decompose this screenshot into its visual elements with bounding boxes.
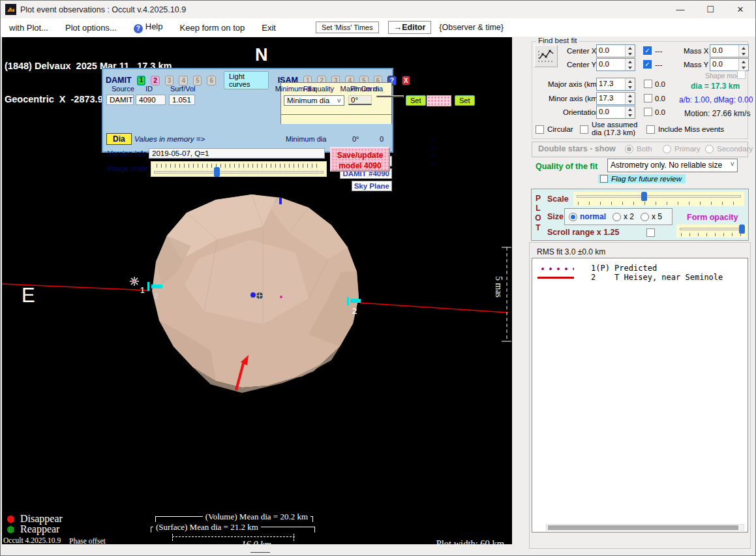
damit-model-5-button[interactable]: 5	[193, 76, 202, 85]
damit-model-3-button[interactable]: 3	[165, 76, 174, 85]
pole-tick	[279, 198, 282, 204]
plot-vertical-label: PLOT	[534, 194, 542, 233]
volume-dia-label: (Volume) Mean dia = 20.2 km	[203, 512, 310, 522]
damit-title: DAMIT	[106, 76, 132, 85]
sky-plot[interactable]: 1 2 2	[2, 37, 512, 544]
light-curves-button[interactable]: Light curves	[224, 71, 269, 89]
center-y-spinner[interactable]: 0.0	[596, 58, 635, 71]
orientation-checkbox[interactable]	[644, 108, 652, 116]
memory-min-value: 0	[380, 135, 384, 143]
damit-model-6-button[interactable]: 6	[207, 76, 216, 85]
observation-text: 2 T Heisey, near Seminole	[591, 273, 723, 282]
size-normal-radio[interactable]	[569, 213, 577, 221]
shape-model-checkbox[interactable]	[737, 70, 746, 79]
fit-quality-select[interactable]: Minimum dia	[284, 95, 344, 106]
major-axis-spinner[interactable]: 17.3	[596, 78, 635, 91]
observer-time-label: {Observer & time}	[439, 23, 504, 32]
dia-button[interactable]: Dia	[106, 133, 132, 145]
minor-axis-zero: 0.0	[655, 95, 665, 102]
damit-model-4-button[interactable]: 4	[179, 76, 188, 85]
marker-2-left-label: 2	[154, 292, 159, 301]
id-field[interactable]: 4090	[136, 95, 166, 105]
menu-with-plot[interactable]: with Plot...	[1, 20, 57, 35]
flag-review-chip[interactable]: Flag for future review	[598, 174, 686, 183]
disappear-dot	[7, 516, 14, 523]
orientation-spinner[interactable]: 0.0	[596, 106, 635, 119]
chord-length-label: 16.0 km	[198, 539, 315, 544]
ab-info: a/b: 1.00, dMag: 0.00	[679, 95, 753, 104]
include-miss-checkbox[interactable]	[646, 125, 655, 134]
mas-scale-label: 5 mas	[494, 276, 504, 298]
form-opacity-thumb[interactable]	[739, 224, 745, 234]
scrollbar-thumb[interactable]	[548, 525, 738, 530]
menu-plot-options[interactable]: Plot options...	[57, 20, 125, 35]
set-miss-times-button[interactable]: Set 'Miss' Times	[316, 22, 379, 33]
form-opacity-slider[interactable]	[676, 224, 747, 238]
menu-help[interactable]: ?Help	[125, 19, 172, 36]
center-x-spinner[interactable]: 0.0	[596, 44, 635, 57]
observation-row-observed[interactable]: 2 T Heisey, near Seminole	[537, 273, 723, 282]
image-scale-slider[interactable]	[151, 161, 327, 177]
min-dia-field[interactable]	[376, 95, 404, 97]
double-primary-radio[interactable]	[663, 145, 671, 153]
version-info-field: 2019-05-07, Q=1	[149, 148, 325, 159]
double-both-radio[interactable]	[625, 145, 633, 153]
mass-y-spinner[interactable]: 0.0	[710, 58, 749, 71]
maximize-icon[interactable]: ☐	[695, 1, 725, 18]
panel-close-button[interactable]: X	[402, 76, 411, 85]
observations-list[interactable]: 1(P) Predicted 2 T Heisey, near Seminole	[532, 258, 748, 533]
max-dia-set-button[interactable]: Set	[455, 95, 475, 106]
center-x-checkbox[interactable]	[643, 46, 652, 55]
minor-axis-checkbox[interactable]	[644, 94, 652, 102]
damit-model-2-button[interactable]: 2	[151, 76, 160, 85]
flag-review-checkbox[interactable]	[600, 175, 608, 183]
minor-axis-spinner[interactable]: 17.3	[596, 92, 635, 105]
size-x5-radio[interactable]	[641, 213, 649, 221]
east-label: E	[22, 284, 35, 307]
size-x2-radio[interactable]	[612, 213, 621, 221]
observed-line-sample	[537, 275, 574, 280]
observation-row-predicted[interactable]: 1(P) Predicted	[537, 264, 657, 273]
memory-values-panel	[280, 115, 392, 124]
center-y-label: Center Y	[567, 61, 596, 69]
center-y-checkbox[interactable]	[643, 60, 652, 69]
memory-ph-value: 0°	[352, 135, 359, 143]
assumed-dia-checkbox[interactable]	[580, 125, 588, 134]
list-horizontal-scrollbar[interactable]	[546, 524, 744, 531]
size-label: Size	[547, 212, 564, 221]
scale-label: Scale	[547, 194, 569, 204]
version-label: Occult 4.2025.10.9	[3, 536, 61, 544]
source-field: DAMIT	[106, 95, 134, 105]
damit-panel: DAMIT 1 2 3 4 5 6 Light curves ISAM 1 2 …	[102, 68, 393, 153]
menu-keep-on-top[interactable]: Keep form on top	[172, 20, 254, 35]
max-dia-field[interactable]	[427, 95, 451, 106]
save-update-model-button[interactable]: Save/updatemodel 4090	[330, 147, 390, 172]
observation-text: 1(P) Predicted	[591, 264, 657, 273]
reappear-label: Reappear	[20, 523, 59, 535]
mass-x-spinner[interactable]: 0.0	[710, 44, 749, 57]
find-best-fit-button[interactable]	[534, 45, 558, 67]
dia-info: dia = 17.3 km	[691, 82, 740, 91]
size-radio-group: normal x 2 x 5	[564, 208, 673, 225]
min-dia-set-button[interactable]: Set	[406, 95, 426, 106]
image-scale-thumb[interactable]	[214, 167, 220, 177]
memory-max-value: - - - -	[432, 135, 434, 166]
editor-button[interactable]: →Editor	[388, 21, 432, 34]
close-icon[interactable]: ✕	[725, 1, 755, 18]
scale-slider-thumb[interactable]	[641, 192, 647, 201]
quality-select[interactable]: Astrometry only. No reliable size	[607, 159, 738, 172]
minimize-icon[interactable]: —	[665, 1, 695, 18]
size-x5-label: x 5	[652, 212, 662, 221]
damit-model-1-button[interactable]: 1	[137, 76, 146, 85]
double-secondary-radio[interactable]	[705, 145, 714, 153]
version-info-label: Version info	[108, 149, 147, 157]
volume-dia-bracket: (Volume) Mean dia = 20.2 km	[155, 516, 313, 521]
center-blue-dot	[250, 292, 256, 298]
scale-slider[interactable]	[573, 192, 744, 206]
ph-corrn-field[interactable]: 0°	[348, 95, 372, 105]
circular-checkbox[interactable]	[536, 125, 544, 134]
center-x-dash: ---	[655, 47, 663, 55]
major-axis-checkbox[interactable]	[644, 80, 652, 88]
scroll-range-checkbox[interactable]	[646, 228, 655, 237]
menu-exit[interactable]: Exit	[253, 20, 284, 35]
